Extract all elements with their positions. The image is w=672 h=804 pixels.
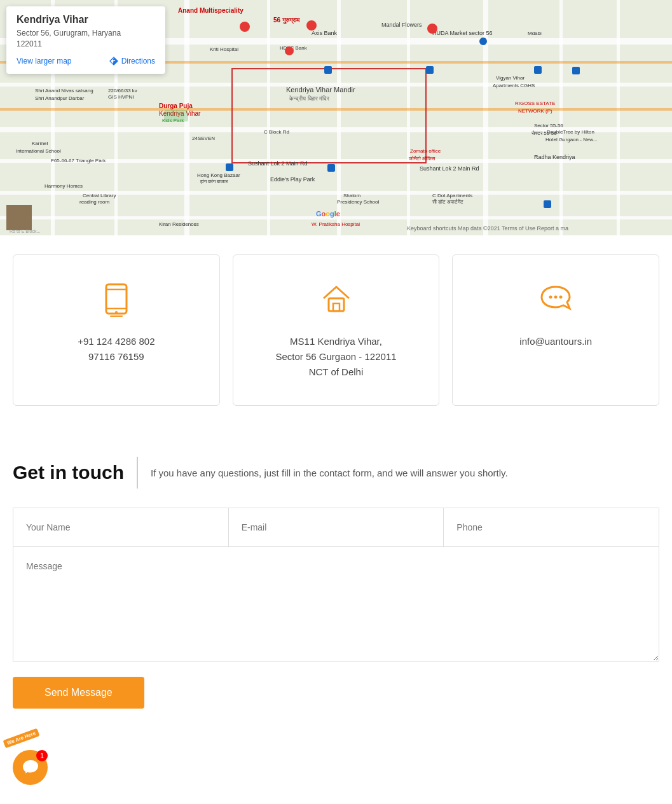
svg-rect-18 [232, 69, 426, 163]
svg-point-88 [115, 311, 118, 314]
svg-text:Hotel Gurgaon - New...: Hotel Gurgaon - New... [545, 137, 597, 142]
section-header: Get in touch If you have any questions, … [13, 457, 659, 489]
svg-text:56 गुरुग्राम: 56 गुरुग्राम [273, 17, 300, 24]
svg-text:Axis Bank: Axis Bank [312, 30, 338, 36]
svg-text:GIS HVPNI: GIS HVPNI [108, 94, 134, 100]
svg-text:Harmony Homes: Harmony Homes [45, 183, 83, 189]
svg-rect-89 [110, 315, 123, 317]
address-text: MS11 Kendriya Vihar, Sector 56 Gurgaon -… [275, 334, 396, 380]
svg-text:जोमैटो ऑफिस: जोमैटो ऑफिस [408, 155, 435, 162]
email-address: info@uantours.in [519, 334, 592, 349]
svg-text:220/66/33 kv: 220/66/33 kv [108, 88, 137, 94]
chat-icon-container [537, 281, 575, 321]
svg-text:HUDA Market sector 56: HUDA Market sector 56 [432, 30, 493, 36]
view-larger-map-link[interactable]: View larger map [17, 57, 71, 66]
svg-text:W. Pratiksha Hospital: W. Pratiksha Hospital [312, 221, 360, 227]
phone-input[interactable] [443, 508, 659, 547]
phone-number: +91 124 4286 802 97116 76159 [78, 334, 154, 364]
svg-rect-80 [327, 164, 335, 172]
send-message-button[interactable]: Send Message [13, 677, 144, 709]
contact-card-address: MS11 Kendriya Vihar, Sector 56 Gurgaon -… [233, 254, 440, 406]
svg-text:Radha Kendriya: Radha Kendriya [534, 154, 575, 160]
svg-text:Anand Multispeciality: Anand Multispeciality [178, 7, 243, 14]
svg-point-68 [285, 46, 294, 55]
svg-rect-82 [6, 205, 32, 230]
svg-point-70 [427, 24, 437, 34]
svg-text:Mdabi: Mdabi [528, 31, 542, 36]
svg-text:Apartments CGHS: Apartments CGHS [493, 83, 535, 88]
svg-text:Zomato office: Zomato office [410, 148, 441, 154]
svg-point-94 [559, 296, 563, 299]
svg-rect-73 [226, 163, 233, 171]
svg-text:Hong Kong Bazaar: Hong Kong Bazaar [197, 172, 240, 178]
svg-text:Keyboard shortcuts    Map data: Keyboard shortcuts Map data ©2021 Terms … [407, 225, 568, 232]
svg-text:Durga Puja: Durga Puja [159, 102, 193, 109]
svg-text:Shri Anand Nivas satsang: Shri Anand Nivas satsang [35, 88, 93, 94]
contact-card-phone: +91 124 4286 802 97116 76159 [13, 254, 220, 406]
directions-label: Directions [121, 57, 155, 66]
svg-rect-74 [324, 66, 332, 74]
svg-rect-90 [329, 298, 344, 311]
map-popup-address: Sector 56, Gurugram, Haryana122011 [17, 28, 155, 50]
svg-text:reading room: reading room [79, 199, 109, 205]
svg-text:Vigyan Vihar: Vigyan Vihar [496, 75, 525, 81]
svg-point-92 [549, 296, 552, 299]
svg-text:C Dot Apartments: C Dot Apartments [432, 193, 472, 198]
svg-text:केन्द्रीय विहार मंदिर: केन्द्रीय विहार मंदिर [289, 95, 329, 102]
svg-rect-14 [559, 0, 563, 235]
svg-text:Rd to E Block...: Rd to E Block... [10, 229, 40, 233]
svg-text:हांग कांग बाजार: हांग कांग बाजार [200, 179, 228, 184]
phone-icon [97, 281, 135, 319]
svg-text:Kriti Hospital: Kriti Hospital [210, 46, 238, 52]
chat-icon [537, 281, 575, 319]
svg-rect-78 [544, 200, 551, 208]
svg-text:Google: Google [316, 210, 340, 218]
svg-rect-15 [617, 0, 620, 235]
contact-card-email: info@uantours.in [452, 254, 659, 406]
svg-text:Eddie's Play Park: Eddie's Play Park [270, 176, 315, 183]
svg-text:24SEVEN: 24SEVEN [192, 135, 215, 141]
home-icon [317, 281, 355, 319]
svg-point-93 [554, 296, 558, 299]
svg-point-69 [306, 20, 317, 31]
svg-text:International School: International School [16, 148, 61, 154]
contact-cards-section: +91 124 4286 802 97116 76159 MS11 Kendri… [0, 235, 672, 425]
phone-icon-container [97, 281, 135, 321]
section-description: If you have any questions, just fill in … [151, 468, 508, 478]
svg-text:Kendriya Vihar Mandir: Kendriya Vihar Mandir [286, 86, 355, 94]
email-input[interactable] [229, 508, 444, 547]
home-icon-container [317, 281, 355, 321]
directions-link[interactable]: Directions [109, 56, 155, 66]
map-popup-title: Kendriya Vihar [17, 14, 155, 25]
svg-text:Sushant Lok 2 Main Rd: Sushant Lok 2 Main Rd [420, 165, 479, 172]
name-input[interactable] [13, 508, 229, 547]
svg-text:NETWORK (P): NETWORK (P) [518, 108, 552, 114]
svg-text:RIGOSS ESTATE: RIGOSS ESTATE [515, 100, 555, 106]
svg-text:C Block Rd: C Block Rd [264, 129, 289, 135]
svg-rect-91 [333, 303, 339, 311]
message-textarea[interactable] [13, 547, 659, 662]
svg-rect-65 [164, 110, 188, 121]
svg-text:Mandal Flowers: Mandal Flowers [381, 22, 422, 28]
section-divider [137, 457, 138, 489]
svg-text:DoubleTree by Hilton: DoubleTree by Hilton [547, 129, 594, 135]
directions-icon [109, 56, 119, 66]
svg-text:F65-66-67 Triangle Park: F65-66-67 Triangle Park [51, 158, 106, 163]
svg-text:Shalom: Shalom [343, 193, 360, 198]
svg-text:Karmel: Karmel [32, 141, 48, 146]
section-title: Get in touch [13, 462, 124, 483]
get-in-touch-section: Get in touch If you have any questions, … [0, 425, 672, 734]
svg-text:सी डॉट अपार्टमेंट: सी डॉट अपार्टमेंट [432, 198, 463, 205]
svg-point-67 [240, 22, 250, 32]
svg-text:Presidency School: Presidency School [337, 199, 379, 205]
svg-rect-76 [534, 66, 542, 74]
map-info-popup: Kendriya Vihar Sector 56, Gurugram, Hary… [6, 6, 165, 74]
map-section: Kendriya Vihar Mandir केन्द्रीय विहार मं… [0, 0, 672, 235]
svg-text:Sector 55-56: Sector 55-56 [534, 123, 563, 128]
svg-text:Sushant Lok 2 Main Rd: Sushant Lok 2 Main Rd [248, 160, 308, 167]
svg-rect-79 [572, 67, 580, 74]
svg-rect-75 [426, 66, 434, 74]
svg-point-71 [479, 38, 487, 45]
svg-text:Kiran Residences: Kiran Residences [159, 221, 199, 227]
svg-text:Central Library: Central Library [83, 193, 116, 198]
